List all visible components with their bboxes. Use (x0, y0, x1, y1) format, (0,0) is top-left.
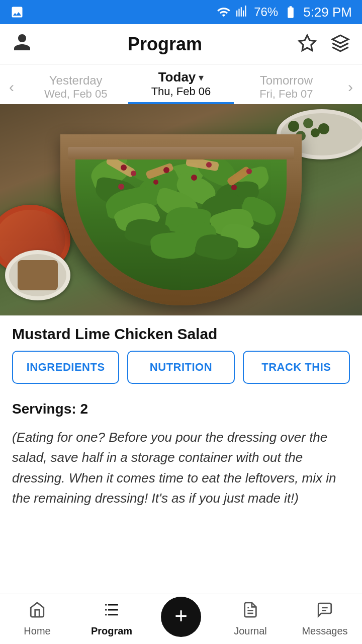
track-this-button[interactable]: TRACK THIS (243, 351, 350, 384)
profile-icon[interactable] (12, 32, 32, 56)
servings-label: Servings: 2 (0, 396, 362, 427)
journal-icon (242, 601, 259, 622)
nav-icons-right (298, 34, 350, 55)
journal-label: Journal (234, 625, 267, 637)
layers-icon[interactable] (331, 34, 350, 55)
home-icon (29, 601, 46, 622)
add-icon: + (174, 605, 188, 627)
battery-text: 76% (254, 5, 278, 19)
nav-item-messages[interactable]: Messages (300, 601, 350, 637)
tomorrow-date[interactable]: Tomorrow Fri, Feb 07 (234, 73, 339, 101)
today-dropdown-arrow: ▾ (199, 71, 204, 84)
ingredients-button[interactable]: INGREDIENTS (12, 351, 119, 384)
home-label: Home (24, 625, 50, 637)
status-bar: 76% 5:29 PM (0, 0, 362, 24)
status-bar-right: 76% 5:29 PM (217, 5, 352, 20)
next-day-arrow[interactable]: › (339, 78, 362, 96)
program-icon (103, 601, 120, 622)
battery-icon (283, 5, 298, 19)
nav-item-journal[interactable]: Journal (225, 601, 276, 637)
favorite-icon[interactable] (298, 34, 317, 55)
add-button[interactable]: + (161, 597, 201, 637)
top-nav: Program (0, 24, 362, 64)
photo-icon (10, 5, 24, 19)
date-nav: ‹ Yesterday Wed, Feb 05 Today ▾ Thu, Feb… (0, 64, 362, 104)
action-buttons: INGREDIENTS NUTRITION TRACK THIS (0, 351, 362, 396)
svg-marker-0 (299, 35, 315, 50)
main-content: Mustard Lime Chicken Salad INGREDIENTS N… (0, 104, 362, 576)
nav-item-home[interactable]: Home (12, 601, 62, 637)
status-bar-left (10, 5, 24, 19)
page-title: Program (128, 34, 202, 55)
program-label: Program (91, 625, 132, 637)
svg-marker-1 (332, 35, 348, 43)
recipe-description: (Eating for one? Before you pour the dre… (0, 427, 362, 520)
messages-label: Messages (302, 625, 347, 637)
nutrition-button[interactable]: NUTRITION (127, 351, 234, 384)
wifi-icon (217, 5, 231, 19)
prev-day-arrow[interactable]: ‹ (0, 78, 23, 96)
signal-icon (236, 5, 249, 19)
messages-icon (316, 601, 333, 622)
recipe-title: Mustard Lime Chicken Salad (0, 315, 362, 351)
yesterday-date[interactable]: Yesterday Wed, Feb 05 (23, 73, 128, 101)
today-date[interactable]: Today ▾ Thu, Feb 06 (128, 69, 233, 104)
time-display: 5:29 PM (303, 5, 352, 20)
recipe-image (0, 104, 362, 315)
bottom-nav: Home Program + Journal (0, 594, 362, 644)
nav-item-program[interactable]: Program (86, 601, 137, 637)
